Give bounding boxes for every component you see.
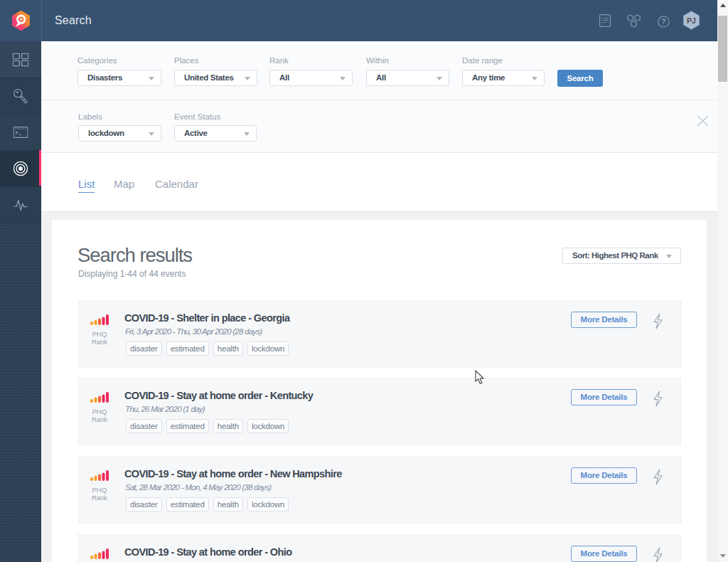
svg-text:?: ? (661, 17, 665, 26)
svg-text:PJ: PJ (687, 16, 696, 25)
